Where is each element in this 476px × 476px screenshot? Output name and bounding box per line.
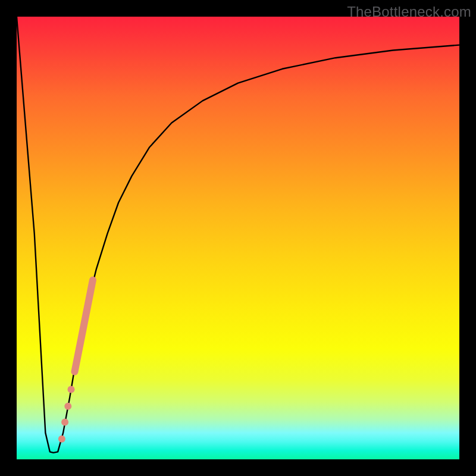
watermark-text: TheBottleneck.com [347, 4, 471, 20]
marker-dot-2 [64, 403, 71, 410]
bottleneck-curve [17, 17, 459, 453]
marker-group [58, 280, 93, 443]
chart-svg [17, 17, 459, 459]
marker-dot-1 [68, 386, 75, 393]
plot-area [17, 17, 459, 459]
chart-container: TheBottleneck.com [0, 0, 476, 476]
marker-dot-4 [58, 436, 65, 443]
marker-segment [74, 280, 93, 372]
bottleneck-curve-path [17, 17, 459, 453]
marker-dot-3 [61, 419, 68, 426]
